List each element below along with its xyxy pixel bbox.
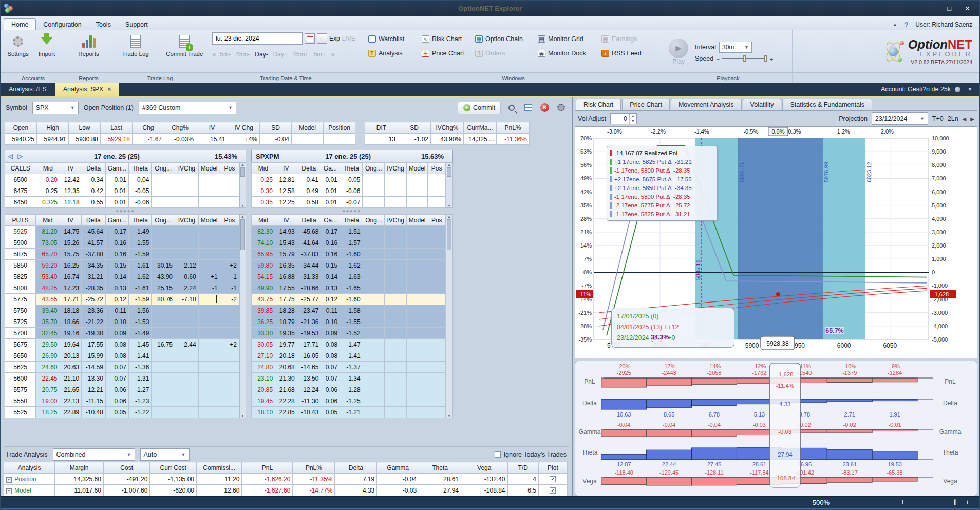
- chain-row-5575[interactable]: 557520.7521.65-12.210.06-1.27: [5, 384, 239, 395]
- menu-tab-home[interactable]: Home: [4, 18, 36, 30]
- reports-button[interactable]: Reports: [74, 32, 103, 57]
- settings-button[interactable]: Settings: [4, 32, 32, 57]
- menu-tab-tools[interactable]: Tools: [89, 19, 118, 30]
- chain-row[interactable]: 0.3012.580.490.01-0.06: [252, 185, 446, 197]
- chain-row[interactable]: 18.1022.85-10.430.05-1.21: [252, 407, 446, 418]
- tab-analysis-es[interactable]: Analysis: /ES: [1, 83, 55, 96]
- date-step-45m-[interactable]: 45m-: [236, 51, 250, 58]
- projection-date-select[interactable]: 23/12/2024▼: [872, 112, 928, 125]
- trade-analysis-mode-select[interactable]: Combined▼: [53, 448, 135, 461]
- chain-row[interactable]: 82.3014.93-45.680.17-1.51: [252, 226, 446, 237]
- chain-row-5800[interactable]: 580048.2517.23-28.350.13-1.6125.152.24-1…: [5, 282, 239, 294]
- speed-slider[interactable]: −+: [717, 55, 773, 62]
- price-chart-button[interactable]: ╫Price Chart: [420, 47, 473, 60]
- minimize-button[interactable]: –: [930, 5, 934, 12]
- date-step-45m+[interactable]: 45m+: [293, 51, 308, 58]
- menu-tab-configuration[interactable]: Configuration: [36, 19, 88, 30]
- chain-row[interactable]: 0.2512.810.410.01-0.05: [252, 174, 446, 185]
- projection-next-icon[interactable]: ▶: [970, 116, 974, 122]
- projection-mode-label[interactable]: T+0: [932, 115, 944, 122]
- chain-row[interactable]: 33.3019.35-19.530.09-1.52: [252, 328, 446, 339]
- position-select[interactable]: #369 Custom▼: [139, 102, 236, 114]
- scrollbar[interactable]: ▲▼: [239, 162, 246, 208]
- commit-trade-button[interactable]: Commit Trade: [164, 32, 206, 57]
- plot-checkbox[interactable]: ✓: [550, 487, 556, 494]
- expiry-nav-arrows[interactable]: ◁ ▷: [5, 153, 27, 160]
- plot-checkbox[interactable]: ✓: [550, 476, 556, 482]
- trade-log-button[interactable]: Trade Log: [115, 32, 157, 57]
- chain-row-5850[interactable]: 585059.2016.25-34.350.15-1.6130.152.12+2: [5, 260, 239, 271]
- chain-row[interactable]: 24.8020.68-14.650.07-1.37: [252, 362, 446, 373]
- chain-row[interactable]: 39.8518.28-23.470.11-1.58: [252, 305, 446, 316]
- chain-row-5775[interactable]: 577543.5517.71-25.720.12-1.5980.76-7.10-…: [5, 294, 239, 305]
- expand-icon[interactable]: +: [6, 488, 12, 494]
- chain-row-5625[interactable]: 562524.6020.63-14.590.07-1.36: [5, 362, 239, 373]
- symbol-select[interactable]: SPX▼: [32, 102, 79, 114]
- chain-row-6475[interactable]: 64750.2512.350.420.01-0.05: [5, 185, 239, 197]
- chain-row-5750[interactable]: 575039.4018.18-23.360.11-1.56: [5, 305, 239, 316]
- chain-row[interactable]: 54.1516.88-31.330.14-1.63: [252, 271, 446, 282]
- chain-row[interactable]: 19.4522.28-11.300.06-1.25: [252, 395, 446, 407]
- zoom-slider[interactable]: −+: [836, 499, 969, 506]
- import-button[interactable]: Import: [32, 32, 61, 57]
- ignore-todays-trades-checkbox[interactable]: [495, 451, 501, 458]
- maximize-button[interactable]: □: [947, 5, 951, 12]
- date-step-5m-[interactable]: 5m-: [220, 51, 231, 58]
- rss-feed-button[interactable]: ◗RSS Feed: [599, 47, 649, 60]
- close-button[interactable]: ✕: [965, 5, 970, 12]
- chain-row-5675[interactable]: 567529.5019.64-17.550.08-1.4516.752.44+2: [5, 339, 239, 350]
- collapse-ribbon-icon[interactable]: ▲: [893, 22, 897, 27]
- scrollbar[interactable]: ▲▼: [239, 214, 246, 418]
- time-split-icon[interactable]: ⊢: [317, 33, 327, 44]
- risk-tab-price-chart[interactable]: Price Chart: [622, 99, 670, 110]
- chain-row-6450[interactable]: 64500.32512.180.550.01-0.06: [5, 197, 239, 208]
- chain-row[interactable]: 27.1020.18-16.050.08-1.41: [252, 350, 446, 362]
- trade-row-model[interactable]: +Model11,017.60-1,007.60-620.0012.60-1,6…: [4, 485, 568, 496]
- exp-label[interactable]: Exp: [329, 35, 340, 42]
- tab-analysis-spx[interactable]: Analysis: SPX×: [55, 83, 120, 96]
- play-button[interactable]: ▶ Play: [667, 39, 690, 65]
- settings-gear-icon[interactable]: [555, 102, 567, 114]
- projection-lines-label[interactable]: 2Ln: [948, 115, 958, 122]
- chain-row-6500[interactable]: 65000.2012.420.340.01-0.04: [5, 174, 239, 185]
- trade-analysis-auto-select[interactable]: Auto▼: [140, 448, 190, 461]
- risk-tab-statistics-fundamentals[interactable]: Statistics & Fundamentals: [782, 99, 872, 110]
- watchlist-button[interactable]: ≔Watchlist: [366, 32, 420, 46]
- chain-row[interactable]: 59.8016.35-34.440.15-1.62: [252, 260, 446, 271]
- search-icon[interactable]: [506, 102, 517, 114]
- scrollbar[interactable]: ▲▼: [446, 214, 453, 418]
- chain-row-5700[interactable]: 570032.4519.16-19.300.09-1.49: [5, 328, 239, 339]
- chain-row[interactable]: 23.1021.30-13.500.07-1.34: [252, 373, 446, 384]
- chain-row-5550[interactable]: 555019.0022.13-11.150.06-1.23: [5, 395, 239, 407]
- date-step-5m+[interactable]: 5m+: [313, 51, 326, 58]
- commit-button[interactable]: +Commit: [458, 102, 501, 114]
- chain-row-5600[interactable]: 560022.4521.10-13.300.07-1.31: [5, 373, 239, 384]
- option-chain-button[interactable]: ▦Option Chain: [473, 32, 536, 46]
- monitor-dock-button[interactable]: ◉Monitor Dock: [536, 47, 599, 60]
- projection-prev-icon[interactable]: ◀: [963, 116, 967, 122]
- date-step-Day+[interactable]: Day+: [273, 51, 288, 58]
- chain-row-5525[interactable]: 552518.2522.89-10.480.05-1.22: [5, 407, 239, 418]
- grid-view-icon[interactable]: [522, 102, 534, 114]
- scrollbar[interactable]: ▲▼: [446, 162, 453, 208]
- chain-row[interactable]: 43.7517.75-25.770.12-1.60: [252, 294, 446, 305]
- chain-row-5900[interactable]: 590073.0515.26-41.570.16-1.55: [5, 237, 239, 249]
- menu-tab-support[interactable]: Support: [118, 19, 155, 30]
- expand-icon[interactable]: +: [6, 477, 12, 483]
- risk-tab-volatility[interactable]: Volatility: [743, 99, 782, 110]
- trade-row-position[interactable]: +Position14,325.60-491.20-1,135.0011.20-…: [4, 474, 568, 485]
- chain-row[interactable]: 65.9515.79-37.830.16-1.60: [252, 249, 446, 260]
- chain-row[interactable]: 20.8521.68-12.240.06-1.28: [252, 384, 446, 395]
- account-caret-icon[interactable]: ▼: [968, 87, 972, 92]
- help-icon[interactable]: ?: [904, 21, 908, 28]
- date-step-Day-[interactable]: Day-: [255, 51, 268, 58]
- risk-tab-risk-chart[interactable]: Risk Chart: [576, 99, 621, 110]
- chain-row-5725[interactable]: 572535.7018.66-21.220.10-1.53: [5, 316, 239, 328]
- chain-row[interactable]: 30.0519.77-17.710.08-1.47: [252, 339, 446, 350]
- risk-chart[interactable]: 70%10,00063%9,00056%8,00049%7,00042%6,00…: [575, 126, 977, 358]
- trading-date-input[interactable]: lu. 23 dic. 2024: [212, 32, 303, 45]
- chain-row-5825[interactable]: 582553.4016.74-31.210.14-1.6243.900.60+1…: [5, 271, 239, 282]
- chain-row[interactable]: 74.1015.43-41.640.16-1.57: [252, 237, 446, 249]
- risk-chart-button[interactable]: ∿Risk Chart: [420, 32, 473, 46]
- chain-row-5925[interactable]: 592581.2014.75-45.640.17-1.49: [5, 226, 239, 237]
